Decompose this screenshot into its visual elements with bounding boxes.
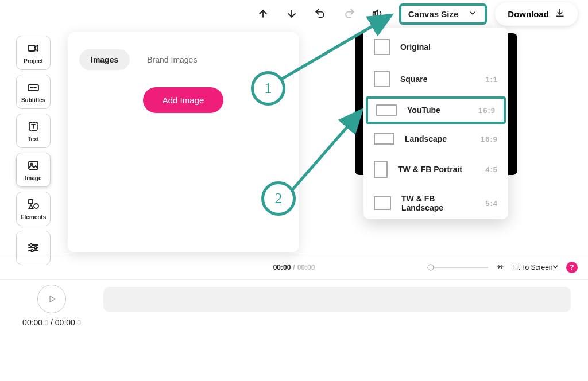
svg-point-7 [34,204,38,208]
canvas-option-label: YouTube [407,106,440,115]
time-row-right: Fit To Screen ? [431,262,578,273]
svg-point-5 [31,164,33,165]
subtitles-icon [26,80,40,94]
canvas-option-ratio: 16:9 [481,135,498,143]
sidebar-item-subtitles[interactable]: Subtitles [16,75,51,109]
download-icon [555,8,565,20]
pb-total: 00:00 [55,318,75,327]
sidebar-item-project[interactable]: Project [16,36,51,70]
callout-2: 2 [261,181,296,216]
svg-rect-2 [28,85,38,91]
playback-time: 00:00.0 / 00:00.0 [22,318,81,327]
svg-line-11 [281,15,392,79]
canvas-option-label: Square [400,75,427,84]
image-icon [26,158,40,172]
play-button[interactable] [37,285,66,313]
zoom-slider-thumb[interactable] [428,265,434,271]
time-info-row: 00:00/00:00 Fit To Screen ? [0,255,588,280]
callout-arrow-2 [281,103,379,201]
canvas-option-ratio: 4:5 [485,165,498,174]
download-button[interactable]: Download [495,2,578,26]
sidebar-item-label: Subtitles [21,97,45,103]
canvas-option-ratio: 5:4 [485,199,498,208]
chevron-down-icon[interactable] [551,263,559,273]
canvas-option-tw-fb-landscape[interactable]: TW & FB Landscape 5:4 [363,186,508,216]
svg-rect-6 [29,200,33,204]
pb-total-frac: .0 [75,319,81,327]
svg-point-9 [34,247,37,249]
canvas-size-button[interactable]: Canvas Size [399,3,488,25]
shapes-icon [26,197,40,211]
sidebar-item-label: Project [24,58,43,64]
current-time: 00:00 [273,263,291,271]
canvas-option-tw-fb-portrait[interactable]: TW & FB Portrait 4:5 [363,153,508,186]
sidebar-item-label: Text [28,136,39,142]
canvas-option-ratio: 1:1 [485,75,498,84]
sidebar-item-label: Elements [21,214,46,220]
svg-rect-1 [28,45,35,51]
canvas-option-youtube[interactable]: YouTube 16:9 [366,96,506,124]
fit-to-screen-label[interactable]: Fit To Screen [512,263,544,271]
canvas-option-label: TW & FB Portrait [398,165,462,174]
add-image-button[interactable]: Add Image [143,87,224,113]
text-icon [26,119,40,133]
svg-point-10 [31,250,33,252]
sidebar: Project Subtitles Text Image Elements [16,36,53,265]
help-label: ? [570,263,574,271]
images-panel: Images Brand Images Add Image [68,32,299,252]
video-camera-icon [26,41,40,55]
svg-point-8 [30,244,32,246]
zoom-slider[interactable] [431,267,488,268]
timeline-track[interactable] [103,287,571,312]
canvas-option-label: Original [400,42,431,52]
callout-arrow-1 [270,11,402,98]
download-label: Download [508,9,549,19]
canvas-option-ratio: 16:9 [478,106,496,115]
total-time: 00:00 [297,263,315,271]
sidebar-item-label: Image [25,175,42,181]
sliders-icon [26,241,40,255]
chevron-down-icon [469,9,477,19]
fit-collapse-icon[interactable] [495,263,505,273]
help-button[interactable]: ? [566,262,578,273]
aspect-icon [376,104,397,116]
svg-line-12 [292,110,362,190]
arrow-up-icon[interactable] [257,7,269,20]
panel-tabs: Images Brand Images [79,49,287,70]
pb-current: 00:00 [22,318,42,327]
pb-current-frac: .0 [42,319,48,327]
callout-1: 1 [251,71,285,106]
sidebar-item-image[interactable]: Image [16,153,51,187]
time-display: 00:00/00:00 [273,263,315,271]
svg-rect-4 [29,161,38,169]
tab-brand-images[interactable]: Brand Images [136,49,208,70]
tab-images[interactable]: Images [79,49,130,70]
playback-controls: 00:00.0 / 00:00.0 [17,285,86,327]
playback-area: 00:00.0 / 00:00.0 [0,280,588,327]
canvas-size-label: Canvas Size [408,9,459,19]
pb-sep: / [48,318,55,327]
canvas-option-label: Landscape [405,134,447,143]
callout-label: 1 [265,80,272,97]
canvas-option-label: TW & FB Landscape [401,194,475,212]
canvas-option-landscape[interactable]: Landscape 16:9 [363,125,508,153]
sidebar-item-text[interactable]: Text [16,114,51,148]
callout-label: 2 [275,190,283,207]
sidebar-item-elements[interactable]: Elements [16,192,51,226]
